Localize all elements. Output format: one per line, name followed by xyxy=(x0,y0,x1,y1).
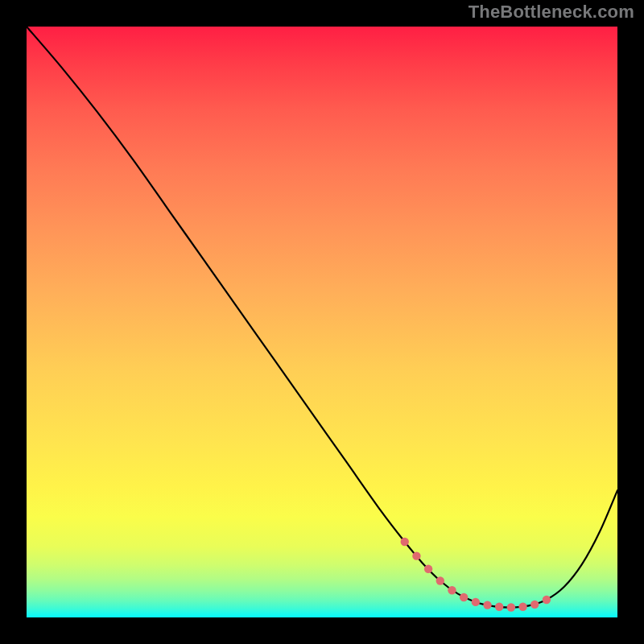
trough-dot xyxy=(530,601,539,609)
plot-area xyxy=(27,27,617,617)
trough-dot xyxy=(518,603,526,611)
chart-frame: TheBottleneck.com xyxy=(0,0,644,644)
trough-dot xyxy=(543,596,551,604)
trough-dot xyxy=(495,603,503,611)
curve-layer xyxy=(27,27,617,617)
dotted-trough xyxy=(401,538,551,612)
trough-dot xyxy=(448,586,456,594)
trough-dot xyxy=(401,538,409,546)
trough-dot xyxy=(460,593,468,601)
trough-dot xyxy=(472,598,480,606)
trough-dot xyxy=(507,603,515,611)
trough-dot xyxy=(412,551,420,559)
trough-dot xyxy=(424,565,432,573)
trough-dot xyxy=(436,576,444,584)
watermark-text: TheBottleneck.com xyxy=(469,2,634,23)
main-curve xyxy=(27,27,617,608)
trough-dot xyxy=(483,601,491,609)
